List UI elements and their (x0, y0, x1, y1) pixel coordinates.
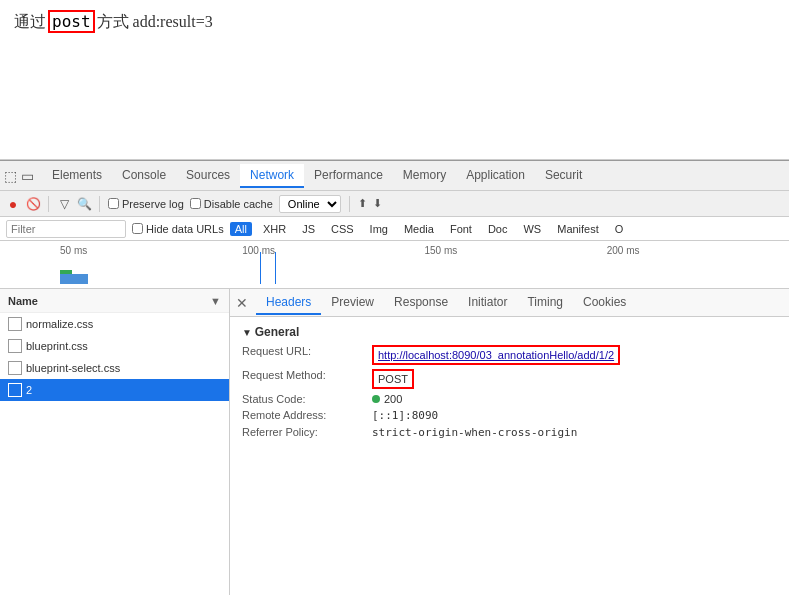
sort-icon[interactable]: ▼ (210, 295, 221, 307)
hide-data-urls-checkbox[interactable]: Hide data URLs (132, 223, 224, 235)
tab-bar: ⬚ ▭ Elements Console Sources Network Per… (0, 161, 789, 191)
file-name: normalize.css (26, 318, 93, 330)
disable-cache-checkbox[interactable]: Disable cache (190, 198, 273, 210)
request-url-key: Request URL: (242, 345, 372, 365)
detail-tab-cookies[interactable]: Cookies (573, 291, 636, 315)
detail-tab-bar: ✕ Headers Preview Response Initiator Tim… (230, 289, 789, 317)
filter-icon[interactable]: ▽ (57, 197, 71, 211)
detail-tab-initiator[interactable]: Initiator (458, 291, 517, 315)
tab-memory[interactable]: Memory (393, 164, 456, 188)
status-code-row: Status Code: 200 (242, 393, 777, 405)
toolbar-sep-1 (48, 196, 49, 212)
timeline-label-150ms: 150 ms (425, 245, 607, 256)
tab-console[interactable]: Console (112, 164, 176, 188)
request-url-value: http://localhost:8090/03_annotationHello… (372, 345, 620, 365)
file-icon (8, 383, 22, 397)
search-icon[interactable]: 🔍 (77, 197, 91, 211)
filter-bar: Hide data URLs All XHR JS CSS Img Media … (0, 217, 789, 241)
inspect-icon[interactable]: ⬚ (4, 168, 17, 184)
tab-network[interactable]: Network (240, 164, 304, 188)
page-title: 通过post方式 add:result=3 (14, 10, 775, 33)
filter-css-btn[interactable]: CSS (326, 222, 359, 236)
list-item-2[interactable]: 2 (0, 379, 229, 401)
timeline-spike-1 (260, 252, 261, 284)
timeline-label-200ms: 200 ms (607, 245, 789, 256)
request-method-key: Request Method: (242, 369, 372, 389)
filter-manifest-btn[interactable]: Manifest (552, 222, 604, 236)
preserve-log-label: Preserve log (122, 198, 184, 210)
name-column-header: Name ▼ (0, 289, 229, 313)
tab-application[interactable]: Application (456, 164, 535, 188)
status-dot (372, 395, 380, 403)
referrer-policy-key: Referrer Policy: (242, 426, 372, 439)
title-suffix: 方式 add:result=3 (97, 13, 213, 30)
detail-content: General Request URL: http://localhost:80… (230, 317, 789, 595)
detail-close-button[interactable]: ✕ (236, 295, 248, 311)
clear-button[interactable]: 🚫 (26, 197, 40, 211)
list-item-blueprint-select[interactable]: blueprint-select.css (0, 357, 229, 379)
main-area: Name ▼ normalize.css blueprint.css bluep… (0, 289, 789, 595)
filter-all-btn[interactable]: All (230, 222, 252, 236)
timeline-labels: 50 ms 100 ms 150 ms 200 ms (60, 245, 789, 256)
file-name: 2 (26, 384, 32, 396)
devtools-panel: ⬚ ▭ Elements Console Sources Network Per… (0, 160, 789, 595)
file-name: blueprint.css (26, 340, 88, 352)
status-code-key: Status Code: (242, 393, 372, 405)
request-method-row: Request Method: POST (242, 369, 777, 389)
filter-media-btn[interactable]: Media (399, 222, 439, 236)
file-icon (8, 317, 22, 331)
request-method-value: POST (372, 369, 414, 389)
title-highlight: post (48, 10, 95, 33)
filter-doc-btn[interactable]: Doc (483, 222, 513, 236)
remote-address-key: Remote Address: (242, 409, 372, 422)
filter-xhr-btn[interactable]: XHR (258, 222, 291, 236)
request-url-row: Request URL: http://localhost:8090/03_an… (242, 345, 777, 365)
timeline-spike-2 (275, 252, 276, 284)
toolbar-sep-3 (349, 196, 350, 212)
timeline-label-50ms: 50 ms (60, 245, 242, 256)
toolbar-sep-2 (99, 196, 100, 212)
file-icon (8, 361, 22, 375)
name-list: normalize.css blueprint.css blueprint-se… (0, 313, 229, 595)
detail-tab-timing[interactable]: Timing (517, 291, 573, 315)
filter-img-btn[interactable]: Img (365, 222, 393, 236)
timeline-bar-blue (60, 274, 88, 284)
hide-data-urls-label: Hide data URLs (146, 223, 224, 235)
filter-input[interactable] (6, 220, 126, 238)
detail-tab-response[interactable]: Response (384, 291, 458, 315)
general-section-title: General (242, 325, 777, 339)
detail-tab-headers[interactable]: Headers (256, 291, 321, 315)
name-panel: Name ▼ normalize.css blueprint.css bluep… (0, 289, 230, 595)
page-content: 通过post方式 add:result=3 (0, 0, 789, 160)
timeline: 50 ms 100 ms 150 ms 200 ms (0, 241, 789, 289)
preserve-log-checkbox[interactable]: Preserve log (108, 198, 184, 210)
import-button[interactable]: ⬆ (358, 197, 367, 210)
remote-address-value: [::1]:8090 (372, 409, 438, 422)
filter-other-btn[interactable]: O (610, 222, 629, 236)
tab-bar-icons: ⬚ ▭ (4, 168, 34, 184)
record-button[interactable]: ● (6, 197, 20, 211)
list-item-normalize[interactable]: normalize.css (0, 313, 229, 335)
status-code-value: 200 (372, 393, 402, 405)
tab-security[interactable]: Securit (535, 164, 592, 188)
filter-font-btn[interactable]: Font (445, 222, 477, 236)
filter-js-btn[interactable]: JS (297, 222, 320, 236)
timeline-label-100ms: 100 ms (242, 245, 424, 256)
filter-ws-btn[interactable]: WS (518, 222, 546, 236)
title-prefix: 通过 (14, 13, 46, 30)
tab-elements[interactable]: Elements (42, 164, 112, 188)
tab-performance[interactable]: Performance (304, 164, 393, 188)
detail-panel: ✕ Headers Preview Response Initiator Tim… (230, 289, 789, 595)
list-item-blueprint[interactable]: blueprint.css (0, 335, 229, 357)
file-name: blueprint-select.css (26, 362, 120, 374)
referrer-policy-value: strict-origin-when-cross-origin (372, 426, 577, 439)
device-icon[interactable]: ▭ (21, 168, 34, 184)
name-header-label: Name (8, 295, 38, 307)
file-icon (8, 339, 22, 353)
tab-sources[interactable]: Sources (176, 164, 240, 188)
network-toolbar: ● 🚫 ▽ 🔍 Preserve log Disable cache Onlin… (0, 191, 789, 217)
detail-tab-preview[interactable]: Preview (321, 291, 384, 315)
export-button[interactable]: ⬇ (373, 197, 382, 210)
throttle-select[interactable]: Online (279, 195, 341, 213)
remote-address-row: Remote Address: [::1]:8090 (242, 409, 777, 422)
